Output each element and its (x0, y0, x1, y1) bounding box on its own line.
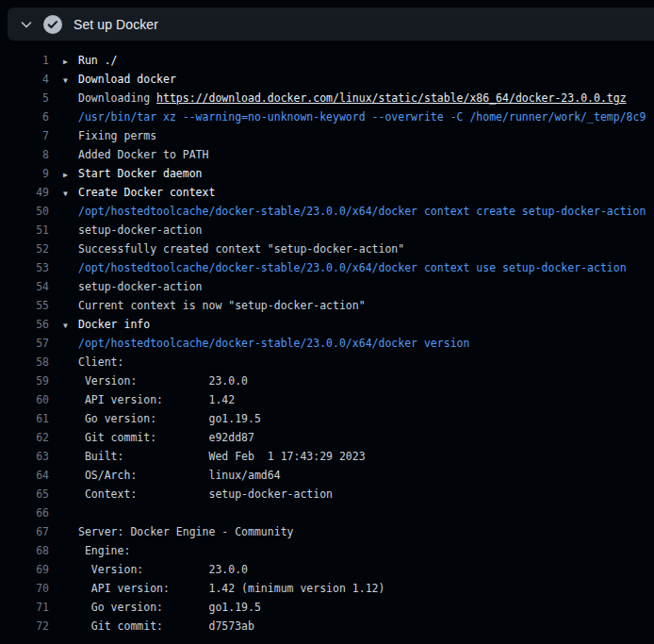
line-number[interactable]: 72 (0, 617, 49, 636)
line-number[interactable]: 61 (0, 409, 49, 428)
log-line: 63 Built: Wed Feb 1 17:43:29 2023 (0, 447, 654, 466)
line-number[interactable]: 57 (0, 334, 49, 353)
log-line: 54setup-docker-action (0, 277, 654, 296)
log-text: Added Docker to PATH (78, 148, 208, 161)
line-number[interactable]: 67 (0, 522, 49, 541)
log-text: Fixing perms (78, 129, 156, 142)
step-title: Set up Docker (74, 17, 158, 32)
line-number[interactable]: 7 (0, 126, 49, 145)
log-text: /usr/bin/tar xz --warning=no-unknown-key… (78, 110, 646, 124)
log-text: Client: (78, 355, 123, 369)
log-line: 52Successfully created context "setup-do… (0, 239, 654, 258)
log-line: 6/usr/bin/tar xz --warning=no-unknown-ke… (0, 107, 654, 126)
step-header[interactable]: Set up Docker (8, 8, 654, 41)
group-title[interactable]: Start Docker daemon (78, 167, 203, 180)
log-text: /opt/hostedtoolcache/docker-stable/23.0.… (78, 337, 469, 350)
log-line: 55Current context is now "setup-docker-a… (0, 296, 654, 315)
line-number[interactable]: 60 (0, 390, 49, 409)
log-line: 49▼Create Docker context (0, 183, 654, 202)
log-line: 4▼Download docker (0, 70, 654, 89)
log-text: /opt/hostedtoolcache/docker-stable/23.0.… (78, 205, 646, 218)
line-number[interactable]: 8 (0, 145, 49, 164)
log-text: Current context is now "setup-docker-act… (78, 299, 366, 312)
log-line: 67Server: Docker Engine - Community (0, 522, 654, 541)
line-number[interactable]: 64 (0, 466, 49, 485)
line-number[interactable]: 55 (0, 296, 49, 315)
line-number[interactable]: 1 (0, 51, 49, 70)
check-circle-icon (43, 15, 62, 34)
group-title[interactable]: Docker info (78, 318, 150, 331)
log-text: Successfully created context "setup-dock… (78, 242, 404, 256)
log-text: OS/Arch: linux/amd64 (78, 469, 281, 482)
log-line: 65 Context: setup-docker-action (0, 485, 654, 504)
line-number[interactable]: 4 (0, 70, 49, 89)
log-text: Engine: (78, 544, 130, 557)
group-title[interactable]: Create Docker context (78, 186, 215, 199)
log-url-link[interactable]: https://download.docker.com/linux/static… (156, 91, 627, 105)
log-text: Downloading (78, 91, 156, 105)
line-number[interactable]: 70 (0, 579, 49, 598)
log-line: 8Added Docker to PATH (0, 145, 654, 164)
log-line: 62 Git commit: e92dd87 (0, 428, 654, 447)
line-number[interactable]: 50 (0, 202, 49, 221)
log-line: 51setup-docker-action (0, 221, 654, 239)
log-line: 57/opt/hostedtoolcache/docker-stable/23.… (0, 334, 654, 353)
line-number[interactable]: 62 (0, 428, 49, 447)
log-text: Git commit: e92dd87 (78, 431, 254, 444)
group-title[interactable]: Download docker (78, 73, 176, 86)
log-line: 60 API version: 1.42 (0, 390, 654, 409)
log-text: Go version: go1.19.5 (78, 412, 261, 425)
log-line: 72 Git commit: d7573ab (0, 617, 654, 636)
line-number[interactable]: 9 (0, 164, 49, 183)
line-number[interactable]: 63 (0, 447, 49, 466)
line-number[interactable]: 56 (0, 315, 49, 334)
log-line: 58Client: (0, 353, 654, 372)
log-line: 66 (0, 504, 654, 522)
log-viewer[interactable]: 1▶Run ./4▼Download docker5Downloading ht… (0, 41, 654, 644)
log-line: 56▼Docker info (0, 315, 654, 334)
log-text: Version: 23.0.0 (78, 563, 248, 576)
line-number[interactable]: 6 (0, 107, 49, 126)
line-number[interactable]: 52 (0, 239, 49, 258)
log-text: Git commit: d7573ab (78, 619, 254, 633)
log-line: 9▶Start Docker daemon (0, 164, 654, 183)
log-text: Server: Docker Engine - Community (78, 525, 293, 538)
line-number[interactable]: 54 (0, 277, 49, 296)
line-number[interactable]: 51 (0, 221, 49, 239)
line-number[interactable]: 66 (0, 504, 49, 522)
line-number[interactable]: 65 (0, 485, 49, 504)
log-text: setup-docker-action (78, 223, 203, 237)
group-expanded-icon[interactable]: ▼ (63, 185, 78, 204)
log-text: setup-docker-action (78, 280, 203, 293)
log-text: /opt/hostedtoolcache/docker-stable/23.0.… (78, 261, 627, 274)
line-number[interactable]: 53 (0, 258, 49, 277)
log-line: 53/opt/hostedtoolcache/docker-stable/23.… (0, 258, 654, 277)
line-number[interactable]: 71 (0, 598, 49, 617)
log-text: Context: setup-docker-action (78, 487, 333, 501)
log-text: Go version: go1.19.5 (78, 601, 261, 614)
log-text: API version: 1.42 (78, 393, 235, 406)
log-line: 69 Version: 23.0.0 (0, 560, 654, 579)
log-line: 7Fixing perms (0, 126, 654, 145)
group-expanded-icon[interactable]: ▼ (63, 317, 78, 336)
collapse-step-button[interactable] (13, 11, 40, 38)
line-number[interactable]: 59 (0, 372, 49, 390)
group-expanded-icon[interactable]: ▼ (63, 72, 78, 91)
log-line: 68 Engine: (0, 541, 654, 560)
log-line: 5Downloading https://download.docker.com… (0, 89, 654, 107)
log-text: Version: 23.0.0 (78, 374, 248, 388)
line-number[interactable]: 58 (0, 353, 49, 372)
log-line: 1▶Run ./ (0, 51, 654, 70)
line-number[interactable]: 68 (0, 541, 49, 560)
group-collapsed-icon[interactable]: ▶ (63, 166, 78, 185)
group-collapsed-icon[interactable]: ▶ (63, 53, 78, 72)
log-line: 64 OS/Arch: linux/amd64 (0, 466, 654, 485)
line-number[interactable]: 5 (0, 89, 49, 107)
group-title[interactable]: Run ./ (78, 54, 118, 67)
line-number[interactable]: 49 (0, 183, 49, 202)
log-line: 50/opt/hostedtoolcache/docker-stable/23.… (0, 202, 654, 221)
chevron-down-icon (19, 17, 34, 32)
log-line: 70 API version: 1.42 (minimum version 1.… (0, 579, 654, 598)
log-text: Built: Wed Feb 1 17:43:29 2023 (78, 450, 366, 463)
line-number[interactable]: 69 (0, 560, 49, 579)
